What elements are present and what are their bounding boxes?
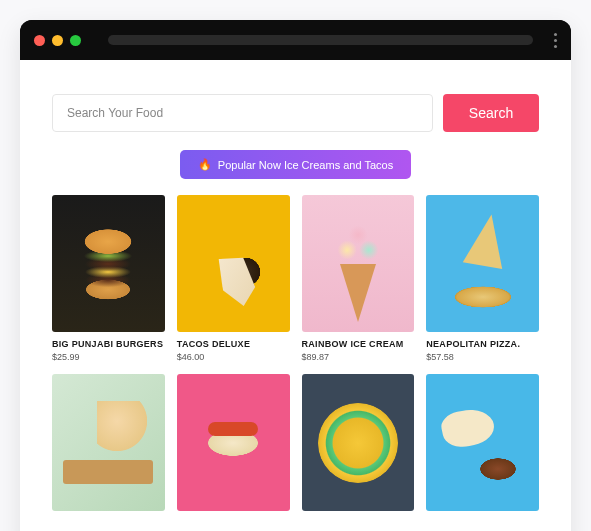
browser-titlebar xyxy=(20,20,571,60)
product-image xyxy=(177,374,290,511)
product-title: TACOS DELUXE xyxy=(177,339,290,349)
product-image xyxy=(302,195,415,332)
search-button[interactable]: Search xyxy=(443,94,539,132)
product-title: RAINBOW ICE CREAM xyxy=(302,339,415,349)
product-card[interactable] xyxy=(302,374,415,511)
fire-icon: 🔥 xyxy=(198,158,212,171)
banner-wrap: 🔥 Popular Now Ice Creams and Tacos xyxy=(52,150,539,179)
product-meta: TACOS DELUXE $46.00 xyxy=(177,332,290,362)
product-price: $57.58 xyxy=(426,352,539,362)
product-price: $89.87 xyxy=(302,352,415,362)
product-card[interactable]: TACOS DELUXE $46.00 xyxy=(177,195,290,362)
minimize-window-icon[interactable] xyxy=(52,35,63,46)
product-card[interactable] xyxy=(426,374,539,511)
product-meta: BIG PUNJABI BURGERS $25.99 xyxy=(52,332,165,362)
product-meta: RAINBOW ICE CREAM $89.87 xyxy=(302,332,415,362)
product-title: BIG PUNJABI BURGERS xyxy=(52,339,165,349)
product-title: NEAPOLITAN PIZZA. xyxy=(426,339,539,349)
search-row: Search xyxy=(52,94,539,132)
product-meta: NEAPOLITAN PIZZA. $57.58 xyxy=(426,332,539,362)
search-input[interactable] xyxy=(52,94,433,132)
product-card[interactable] xyxy=(177,374,290,511)
product-image xyxy=(426,374,539,511)
product-card[interactable]: BIG PUNJABI BURGERS $25.99 xyxy=(52,195,165,362)
product-card[interactable] xyxy=(52,374,165,511)
product-image xyxy=(426,195,539,332)
url-bar[interactable] xyxy=(108,35,533,45)
maximize-window-icon[interactable] xyxy=(70,35,81,46)
product-price: $25.99 xyxy=(52,352,165,362)
product-card[interactable]: RAINBOW ICE CREAM $89.87 xyxy=(302,195,415,362)
product-image xyxy=(52,195,165,332)
page-content: Search 🔥 Popular Now Ice Creams and Taco… xyxy=(20,60,571,531)
close-window-icon[interactable] xyxy=(34,35,45,46)
product-image xyxy=(52,374,165,511)
product-image xyxy=(177,195,290,332)
product-card[interactable]: NEAPOLITAN PIZZA. $57.58 xyxy=(426,195,539,362)
browser-menu-icon[interactable] xyxy=(554,33,557,48)
product-grid: BIG PUNJABI BURGERS $25.99 TACOS DELUXE … xyxy=(52,195,539,511)
product-image xyxy=(302,374,415,511)
banner-text: Popular Now Ice Creams and Tacos xyxy=(218,159,393,171)
popular-now-banner[interactable]: 🔥 Popular Now Ice Creams and Tacos xyxy=(180,150,411,179)
browser-window: Search 🔥 Popular Now Ice Creams and Taco… xyxy=(20,20,571,531)
product-price: $46.00 xyxy=(177,352,290,362)
